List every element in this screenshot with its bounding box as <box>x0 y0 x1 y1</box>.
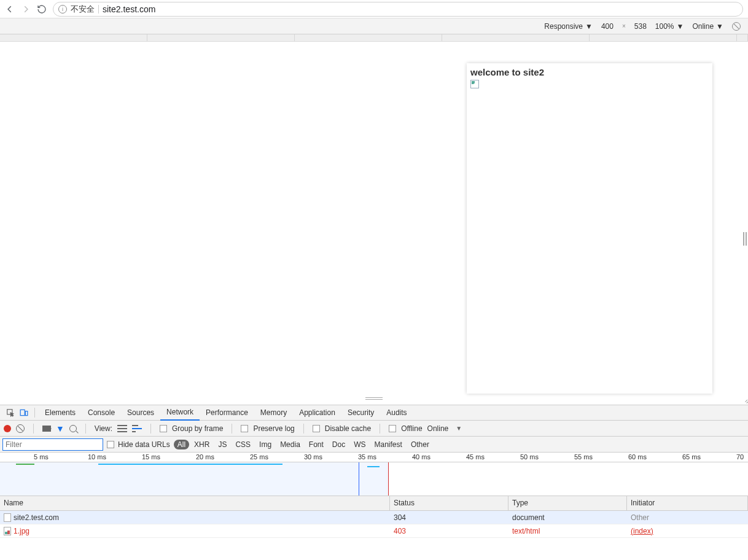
timeline-bar <box>98 464 282 465</box>
timeline-tick: 30 ms <box>304 453 322 461</box>
request-type: document <box>508 513 627 522</box>
col-initiator[interactable]: Initiator <box>627 496 748 510</box>
timeline-tick: 10 ms <box>88 453 106 461</box>
screenshot-icon[interactable] <box>42 426 51 432</box>
record-button[interactable] <box>4 425 11 432</box>
domcontentloaded-line <box>359 462 359 496</box>
filter-input[interactable] <box>2 438 103 451</box>
panel-drag-handle[interactable] <box>365 397 383 400</box>
timeline-tick: 55 ms <box>574 453 593 461</box>
timeline-tick: 35 ms <box>358 453 376 461</box>
offline-label: Offline <box>401 424 422 433</box>
filter-toggle-icon[interactable]: ▼ <box>56 424 64 434</box>
back-button[interactable] <box>5 4 15 14</box>
rotate-icon[interactable] <box>732 22 741 31</box>
separator <box>98 5 99 14</box>
tab-memory[interactable]: Memory <box>254 405 293 421</box>
viewport-height[interactable]: 538 <box>634 22 647 31</box>
tab-performance[interactable]: Performance <box>200 405 254 421</box>
browser-toolbar: i 不安全 site2.test.com <box>0 0 748 18</box>
device-mode-icon[interactable] <box>17 406 31 419</box>
clear-button[interactable] <box>16 424 25 433</box>
timeline-ruler[interactable]: 5 ms10 ms15 ms20 ms25 ms30 ms35 ms40 ms4… <box>0 453 748 462</box>
security-label: 不安全 <box>71 4 95 15</box>
filter-type-ws[interactable]: WS <box>350 440 369 449</box>
throttle-select[interactable]: Online ▼ <box>692 22 723 31</box>
tab-security[interactable]: Security <box>341 405 380 421</box>
filter-type-other[interactable]: Other <box>407 440 433 449</box>
filter-type-manifest[interactable]: Manifest <box>371 440 406 449</box>
forward-button[interactable] <box>21 4 31 14</box>
site-info-icon[interactable]: i <box>58 5 67 14</box>
request-type: text/html <box>508 527 627 535</box>
address-bar[interactable]: i 不安全 site2.test.com <box>53 2 743 17</box>
filter-type-font[interactable]: Font <box>305 440 327 449</box>
tab-console[interactable]: Console <box>82 405 121 421</box>
filter-type-img[interactable]: Img <box>255 440 275 449</box>
page-heading: welcome to site2 <box>470 67 709 77</box>
viewport-area: welcome to site2 <box>0 42 748 405</box>
filter-type-doc[interactable]: Doc <box>329 440 349 449</box>
disable-cache-checkbox[interactable] <box>313 425 320 432</box>
tab-elements[interactable]: Elements <box>39 405 82 421</box>
filter-type-js[interactable]: JS <box>214 440 230 449</box>
separator <box>85 424 86 434</box>
timeline-tick: 25 ms <box>250 453 268 461</box>
hide-data-urls-label: Hide data URLs <box>118 440 170 449</box>
timeline-bar <box>16 464 34 465</box>
request-row[interactable]: site2.test.com304documentOther <box>0 511 748 524</box>
tab-network[interactable]: Network <box>160 405 200 421</box>
device-toolbar: Responsive ▼ 400 × 538 100% ▼ Online ▼ <box>0 18 748 34</box>
resize-handle-vertical[interactable] <box>743 232 748 246</box>
offline-checkbox[interactable] <box>389 425 396 432</box>
filter-type-media[interactable]: Media <box>276 440 304 449</box>
waterfall-icon[interactable] <box>132 425 142 432</box>
timeline-tick: 45 ms <box>466 453 485 461</box>
group-by-frame-label: Group by frame <box>172 424 223 433</box>
request-row[interactable]: 1.jpg403text/html(index) <box>0 524 748 538</box>
hide-data-urls-checkbox[interactable] <box>107 441 114 448</box>
col-status[interactable]: Status <box>390 496 508 510</box>
large-rows-icon[interactable] <box>117 425 127 432</box>
request-status: 304 <box>390 513 508 522</box>
separator <box>232 424 232 434</box>
devtools-tabbar: ElementsConsoleSourcesNetworkPerformance… <box>0 405 748 421</box>
tab-application[interactable]: Application <box>293 405 341 421</box>
timeline-selection[interactable] <box>0 462 388 496</box>
timeline-tick: 20 ms <box>196 453 214 461</box>
preserve-log-checkbox[interactable] <box>241 425 248 432</box>
filter-type-css[interactable]: CSS <box>232 440 254 449</box>
search-icon[interactable] <box>69 425 77 432</box>
zoom-select[interactable]: 100% ▼ <box>655 22 684 31</box>
filter-type-xhr[interactable]: XHR <box>190 440 213 449</box>
resize-corner-icon[interactable] <box>741 397 747 403</box>
broken-image-icon <box>470 80 479 88</box>
tab-sources[interactable]: Sources <box>121 405 160 421</box>
separator <box>380 424 380 434</box>
svg-rect-2 <box>25 411 28 416</box>
request-initiator[interactable]: (index) <box>627 527 748 535</box>
throttling-chevron-icon[interactable]: ▼ <box>456 425 462 432</box>
filter-type-all[interactable]: All <box>174 440 189 449</box>
preserve-log-label: Preserve log <box>253 424 294 433</box>
request-name: 1.jpg <box>14 527 29 535</box>
timeline-tick: 5 ms <box>34 453 49 461</box>
url-text: site2.test.com <box>103 4 155 14</box>
separator <box>303 424 304 434</box>
request-status: 403 <box>390 527 508 535</box>
tab-audits[interactable]: Audits <box>380 405 413 421</box>
viewport-width[interactable]: 400 <box>601 22 614 31</box>
throttling-select[interactable]: Online <box>427 424 449 433</box>
reload-button[interactable] <box>37 4 47 14</box>
filter-bar: Hide data URLs AllXHRJSCSSImgMediaFontDo… <box>0 437 748 453</box>
inspect-icon[interactable] <box>4 406 17 419</box>
timeline-tick: 60 ms <box>628 453 647 461</box>
request-table-header: Name Status Type Initiator <box>0 496 748 511</box>
col-name[interactable]: Name <box>0 496 390 510</box>
timeline-overview[interactable] <box>0 462 748 496</box>
svg-rect-1 <box>20 410 25 415</box>
col-type[interactable]: Type <box>508 496 627 510</box>
timeline-tick: 15 ms <box>142 453 160 461</box>
group-by-frame-checkbox[interactable] <box>160 425 167 432</box>
device-mode-select[interactable]: Responsive ▼ <box>544 22 593 31</box>
